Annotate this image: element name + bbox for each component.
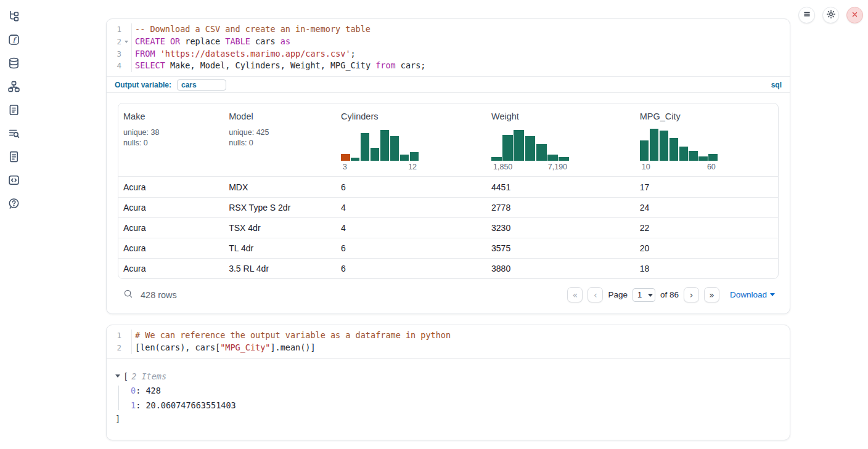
table-row[interactable]: Acura3.5 RL 4dr6388018	[118, 258, 778, 278]
histogram-bar	[660, 131, 668, 161]
histogram-bar	[514, 130, 524, 161]
svg-text:f: f	[12, 36, 17, 44]
close-button[interactable]	[846, 7, 863, 23]
line-number: 1	[107, 23, 121, 36]
search-icon[interactable]	[123, 288, 134, 302]
histogram-bar	[400, 155, 409, 161]
table-cell: 2778	[486, 203, 635, 212]
column-stats: unique: 425nulls: 0	[229, 127, 331, 148]
table-cell: 17	[635, 182, 778, 192]
histogram-bar	[341, 154, 350, 161]
sidebar-item-help[interactable]	[6, 197, 21, 212]
output-tree-body: 0: 4281: 20.060747663551403	[118, 386, 779, 410]
histogram-bar	[650, 129, 658, 161]
code-text: [len(cars), cars["MPG_City"].mean()]	[132, 342, 316, 354]
next-page-button[interactable]: ›	[684, 287, 699, 302]
histogram-bar	[698, 156, 707, 161]
table-cell: 4451	[486, 182, 635, 192]
table-cell: MDX	[224, 182, 336, 192]
line-number: 3	[107, 48, 121, 60]
document-icon	[7, 150, 20, 165]
table-cell: 4	[336, 203, 486, 212]
histogram-bar	[380, 130, 389, 161]
table-cell: TSX 4dr	[224, 223, 336, 233]
table-cell: Acura	[118, 203, 224, 212]
file-tree-icon	[7, 10, 20, 25]
close-icon	[850, 9, 860, 22]
column-label: Cylinders	[341, 111, 481, 121]
histogram-bar	[559, 157, 569, 161]
python-code-editor[interactable]: 1# We can reference the output variable …	[107, 325, 790, 358]
histogram-bar	[679, 147, 688, 161]
histogram-bar	[361, 133, 369, 161]
column-label: Make	[123, 111, 219, 121]
last-page-button[interactable]: »	[704, 287, 719, 302]
sidebar-item-datasources[interactable]	[6, 57, 21, 71]
page-select[interactable]: 1	[633, 288, 655, 302]
data-table: Makeunique: 38nulls: 0Modelunique: 425nu…	[118, 103, 779, 279]
prev-page-button[interactable]: ‹	[588, 287, 603, 302]
column-header-mpg_city[interactable]: MPG_City1060	[635, 103, 778, 176]
code-line: 1# We can reference the output variable …	[107, 330, 790, 342]
sidebar-item-dependency-graph[interactable]	[6, 80, 21, 95]
code-line: 2CREATE OR replace TABLE cars as	[107, 36, 790, 48]
line-number: 4	[107, 60, 121, 72]
table-cell: 22	[635, 223, 778, 233]
table-footer: 428 rows « ‹ Page 1 of 86 › » Dow	[118, 279, 779, 307]
output-variable-input[interactable]	[177, 79, 226, 91]
histogram-bar	[525, 136, 536, 161]
table-cell: 24	[635, 203, 778, 212]
histogram-bar	[547, 155, 558, 161]
first-page-button[interactable]: «	[567, 287, 583, 302]
database-icon	[7, 57, 20, 71]
pagination: « ‹ Page 1 of 86 › » Download	[567, 287, 775, 302]
column-header-cylinders[interactable]: Cylinders312	[336, 103, 486, 176]
histogram-axis-labels: 1060	[640, 163, 718, 171]
table-cell: 4	[336, 223, 486, 233]
code-text: SELECT Make, Model, Cylinders, Weight, M…	[132, 60, 425, 72]
sidebar-item-scratchpad[interactable]	[6, 103, 21, 118]
sidebar-item-logs[interactable]	[6, 127, 21, 142]
column-label: Weight	[491, 111, 630, 121]
histogram-axis-labels: 1,8507,190	[491, 163, 569, 171]
table-cell: RSX Type S 2dr	[224, 203, 336, 212]
output-variable-row: Output variable: sql	[107, 76, 790, 93]
sidebar-item-documentation[interactable]	[6, 150, 21, 165]
code-line: 1-- Download a CSV and create an in-memo…	[107, 23, 790, 36]
sidebar: f	[0, 10, 27, 212]
sql-code-editor[interactable]: 1-- Download a CSV and create an in-memo…	[107, 19, 790, 76]
sidebar-item-snippets[interactable]	[6, 174, 21, 188]
column-header-model[interactable]: Modelunique: 425nulls: 0	[224, 103, 336, 176]
sidebar-item-functions[interactable]: f	[6, 33, 21, 48]
sidebar-item-file-tree[interactable]	[6, 10, 21, 25]
fold-chevron-icon[interactable]	[125, 41, 128, 43]
histogram-bar	[536, 144, 547, 161]
sql-cell: 1-- Download a CSV and create an in-memo…	[106, 18, 790, 314]
menu-button[interactable]	[798, 7, 815, 23]
table-cell: 6	[336, 182, 486, 192]
column-header-make[interactable]: Makeunique: 38nulls: 0	[118, 103, 224, 176]
histogram-axis-labels: 312	[341, 163, 419, 171]
histogram-bar	[669, 138, 678, 161]
table-cell: 3230	[486, 223, 635, 233]
row-count: 428 rows	[141, 290, 177, 300]
collapse-chevron-icon[interactable]	[115, 374, 120, 378]
output-tree-header[interactable]: [ 2 Items	[115, 371, 779, 381]
code-line: 2[len(cars), cars["MPG_City"].mean()]	[107, 342, 790, 354]
download-button[interactable]: Download	[730, 290, 775, 299]
table-cell: 6	[336, 264, 486, 273]
line-number: 1	[107, 330, 121, 342]
table-row[interactable]: AcuraRSX Type S 2dr4277824	[118, 197, 778, 217]
table-header: Makeunique: 38nulls: 0Modelunique: 425nu…	[118, 103, 778, 177]
items-count-label: 2 Items	[131, 371, 166, 381]
table-cell: Acura	[118, 243, 224, 253]
table-row[interactable]: AcuraMDX6445117	[118, 177, 778, 197]
column-header-weight[interactable]: Weight1,8507,190	[486, 103, 635, 176]
histogram-bar	[640, 140, 649, 161]
table-row[interactable]: AcuraTSX 4dr4323022	[118, 217, 778, 238]
table-cell: TL 4dr	[224, 243, 336, 253]
settings-button[interactable]	[822, 7, 839, 23]
function-icon: f	[7, 33, 20, 48]
table-row[interactable]: AcuraTL 4dr6357520	[118, 238, 778, 258]
code-text: FROM 'https://datasets.marimo.app/cars.c…	[132, 48, 356, 60]
